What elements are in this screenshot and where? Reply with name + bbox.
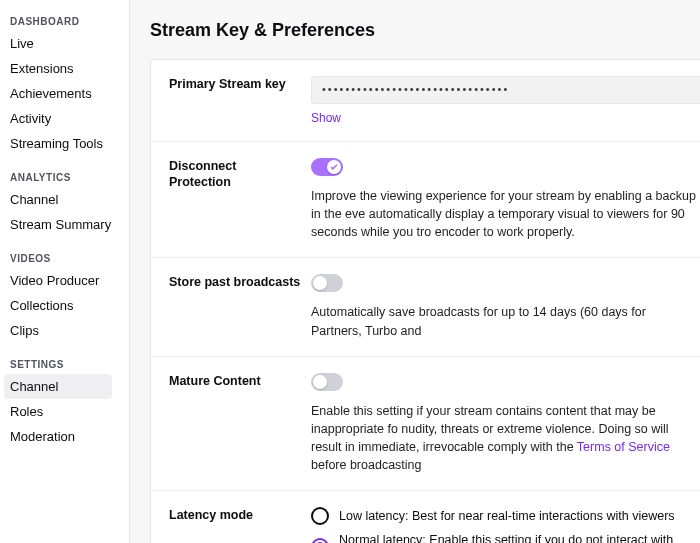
radio-label-low: Low latency: Best for near real-time int… — [339, 509, 675, 523]
sidebar-group-videos: VIDEOS — [10, 253, 129, 264]
main-content: Stream Key & Preferences Primary Stream … — [130, 0, 700, 543]
sidebar-item-channel-settings[interactable]: Channel — [4, 374, 112, 399]
row-stream-key: Primary Stream key •••••••••••••••••••••… — [151, 60, 700, 142]
radio-low-latency[interactable]: Low latency: Best for near real-time int… — [311, 507, 700, 525]
sidebar-item-streaming-tools[interactable]: Streaming Tools — [10, 131, 129, 156]
sidebar-item-channel-analytics[interactable]: Channel — [10, 187, 129, 212]
check-icon — [330, 164, 338, 170]
sidebar-item-extensions[interactable]: Extensions — [10, 56, 129, 81]
label-disconnect-protection: Disconnect Protection — [169, 158, 311, 241]
sidebar-group-dashboard: DASHBOARD — [10, 16, 129, 27]
mature-desc-post: before broadcasting — [311, 458, 422, 472]
app-root: DASHBOARD Live Extensions Achievements A… — [0, 0, 700, 543]
terms-of-service-link[interactable]: Terms of Service — [577, 440, 670, 454]
row-mature-content: Mature Content Enable this setting if yo… — [151, 357, 700, 492]
desc-disconnect-protection: Improve the viewing experience for your … — [311, 187, 700, 241]
sidebar-item-collections[interactable]: Collections — [10, 293, 129, 318]
sidebar-item-achievements[interactable]: Achievements — [10, 81, 129, 106]
sidebar-item-activity[interactable]: Activity — [10, 106, 129, 131]
label-store-broadcasts: Store past broadcasts — [169, 274, 311, 339]
desc-store-broadcasts: Automatically save broadcasts for up to … — [311, 303, 700, 339]
desc-mature-content: Enable this setting if your stream conta… — [311, 402, 700, 475]
page-title: Stream Key & Preferences — [150, 20, 700, 41]
sidebar-item-live[interactable]: Live — [10, 31, 129, 56]
label-latency-mode: Latency mode — [169, 507, 311, 543]
radio-normal-latency[interactable]: Normal latency: Enable this setting if y… — [311, 533, 700, 543]
sidebar-group-analytics: ANALYTICS — [10, 172, 129, 183]
radio-label-normal: Normal latency: Enable this setting if y… — [339, 533, 700, 543]
toggle-mature-content[interactable] — [311, 373, 343, 391]
label-mature-content: Mature Content — [169, 373, 311, 475]
radio-icon — [311, 507, 329, 525]
toggle-disconnect-protection[interactable] — [311, 158, 343, 176]
sidebar-group-settings: SETTINGS — [10, 359, 129, 370]
sidebar-item-clips[interactable]: Clips — [10, 318, 129, 343]
sidebar-item-video-producer[interactable]: Video Producer — [10, 268, 129, 293]
toggle-store-broadcasts[interactable] — [311, 274, 343, 292]
row-latency-mode: Latency mode Low latency: Best for near … — [151, 491, 700, 543]
show-stream-key-link[interactable]: Show — [311, 111, 341, 125]
sidebar-item-moderation[interactable]: Moderation — [10, 424, 129, 449]
stream-key-field[interactable]: •••••••••••••••••••••••••••••••• — [311, 76, 700, 104]
sidebar-item-stream-summary[interactable]: Stream Summary — [10, 212, 129, 237]
label-stream-key: Primary Stream key — [169, 76, 311, 125]
sidebar: DASHBOARD Live Extensions Achievements A… — [0, 0, 130, 543]
settings-panel: Primary Stream key •••••••••••••••••••••… — [150, 59, 700, 543]
radio-icon — [311, 538, 329, 543]
sidebar-item-roles[interactable]: Roles — [10, 399, 129, 424]
row-store-broadcasts: Store past broadcasts Automatically save… — [151, 258, 700, 356]
row-disconnect-protection: Disconnect Protection Improve the viewin… — [151, 142, 700, 258]
